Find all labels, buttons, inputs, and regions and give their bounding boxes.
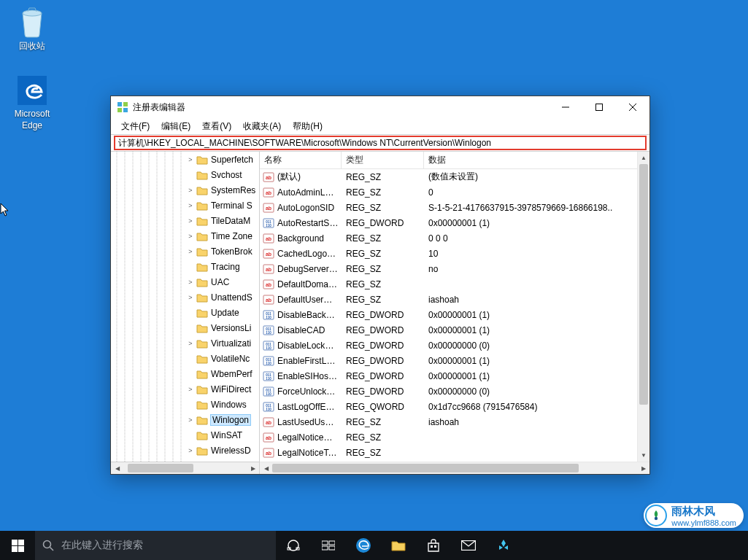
minimize-button[interactable]: [549, 96, 582, 118]
svg-text:110: 110: [266, 330, 271, 334]
menu-edit[interactable]: 编辑(E): [155, 119, 196, 134]
string-value-icon: ab: [263, 187, 274, 198]
value-row[interactable]: abAutoAdminLog...REG_SZ0: [260, 184, 649, 200]
maximize-button[interactable]: [582, 96, 616, 118]
desktop-icon-label: Microsoft: [4, 108, 60, 120]
watermark-url: www.ylmf888.com: [671, 518, 736, 527]
desktop-icon-edge[interactable]: Microsoft Edge: [4, 74, 60, 131]
value-list-pane: 名称 类型 数据 ab(默认)REG_SZ(数值未设置)abAutoAdminL…: [260, 152, 649, 474]
value-row[interactable]: abDefaultDomain...REG_SZ: [260, 276, 649, 292]
value-name: (默认): [277, 171, 342, 183]
svg-rect-66: [12, 540, 18, 545]
value-row[interactable]: abBackgroundREG_SZ0 0 0: [260, 230, 649, 246]
value-type: REG_DWORD: [342, 386, 424, 397]
scrollbar-thumb[interactable]: [128, 464, 193, 472]
list-vertical-scrollbar[interactable]: ▲ ▼: [637, 152, 649, 462]
value-row[interactable]: 011110AutoRestartShellREG_DWORD0x0000000…: [260, 215, 649, 230]
task-view-button[interactable]: [276, 531, 311, 560]
value-row[interactable]: abLastUsedUsern...REG_SZiashoah: [260, 414, 649, 429]
menu-file[interactable]: 文件(F): [115, 119, 155, 134]
list-horizontal-scrollbar[interactable]: ◀ ▶: [260, 462, 649, 474]
value-row[interactable]: 011110DisableBackBu...REG_DWORD0x0000000…: [260, 307, 649, 322]
watermark-brand: 雨林木风: [671, 505, 715, 517]
taskbar-explorer[interactable]: [381, 531, 416, 560]
value-row[interactable]: ab(默认)REG_SZ(数值未设置): [260, 169, 649, 184]
svg-text:ab: ab: [266, 282, 271, 287]
window-title: 注册表编辑器: [133, 101, 549, 114]
value-data: 10: [424, 249, 649, 259]
menu-bar: 文件(F) 编辑(E) 查看(V) 收藏夹(A) 帮助(H): [111, 118, 649, 134]
address-input[interactable]: 计算机\HKEY_LOCAL_MACHINE\SOFTWARE\Microsof…: [114, 136, 647, 150]
string-value-icon: ab: [263, 279, 274, 290]
binary-value-icon: 011110: [263, 355, 274, 367]
scroll-right-icon[interactable]: ▶: [247, 462, 259, 474]
string-value-icon: ab: [263, 233, 274, 244]
string-value-icon: ab: [263, 447, 274, 459]
value-data: 0x00000000 (0): [424, 386, 649, 397]
scroll-left-icon[interactable]: ◀: [260, 462, 272, 474]
value-row[interactable]: abAutoLogonSIDREG_SZS-1-5-21-4176637915-…: [260, 200, 649, 215]
taskbar-app-generic[interactable]: [486, 531, 521, 560]
value-data: iashoah: [424, 295, 649, 305]
column-name[interactable]: 名称: [260, 152, 342, 168]
value-row[interactable]: 011110EnableSIHostI...REG_DWORD0x0000000…: [260, 368, 649, 384]
value-name: DefaultDomain...: [277, 279, 342, 289]
value-row[interactable]: 011110DisableCADREG_DWORD0x00000001 (1): [260, 322, 649, 338]
svg-point-70: [44, 541, 51, 548]
taskbar-store[interactable]: [416, 531, 451, 560]
value-type: REG_SZ: [342, 249, 424, 259]
value-type: REG_DWORD: [342, 218, 424, 228]
column-headers: 名称 类型 数据: [260, 152, 649, 169]
close-button[interactable]: [616, 96, 649, 118]
value-row[interactable]: abDefaultUserNa...REG_SZiashoah: [260, 292, 649, 307]
column-data[interactable]: 数据: [424, 152, 649, 168]
value-data: (数值未设置): [424, 171, 649, 183]
value-row[interactable]: 011110EnableFirstLog...REG_DWORD0x000000…: [260, 353, 649, 368]
taskbar-edge[interactable]: [346, 531, 381, 560]
value-type: REG_SZ: [342, 417, 424, 427]
value-name: AutoAdminLog...: [277, 187, 342, 198]
binary-value-icon: 011110: [263, 340, 274, 351]
value-name: Background: [277, 233, 342, 244]
svg-text:110: 110: [266, 392, 271, 395]
taskbar-app[interactable]: [311, 531, 346, 560]
value-type: REG_SZ: [342, 279, 424, 289]
value-row[interactable]: 011110ForceUnlockLo...REG_DWORD0x0000000…: [260, 384, 649, 399]
value-type: REG_SZ: [342, 295, 424, 305]
menu-view[interactable]: 查看(V): [196, 119, 237, 134]
desktop-icon-recycle-bin[interactable]: 回收站: [4, 6, 60, 53]
value-name: AutoRestartShell: [277, 218, 342, 228]
binary-value-icon: 011110: [263, 324, 274, 336]
svg-text:ab: ab: [266, 267, 271, 272]
start-button[interactable]: [0, 531, 35, 560]
svg-text:ab: ab: [266, 435, 271, 440]
scroll-right-icon[interactable]: ▶: [637, 462, 649, 474]
value-name: DebugServerC...: [277, 264, 342, 274]
scroll-down-icon[interactable]: ▼: [638, 449, 649, 462]
value-row[interactable]: abCachedLogons...REG_SZ10: [260, 246, 649, 261]
menu-help[interactable]: 帮助(H): [287, 119, 328, 134]
value-name: CachedLogons...: [277, 249, 342, 259]
scrollbar-thumb[interactable]: [272, 464, 579, 472]
tree-horizontal-scrollbar[interactable]: ◀ ▶: [111, 462, 259, 474]
watermark: 雨林木风 www.ylmf888.com: [644, 503, 744, 528]
scrollbar-thumb[interactable]: [639, 164, 648, 405]
scroll-up-icon[interactable]: ▲: [638, 152, 649, 164]
taskbar-mail[interactable]: [451, 531, 486, 560]
binary-value-icon: 011110: [263, 370, 274, 382]
taskbar-search[interactable]: 在此键入进行搜索: [35, 531, 276, 560]
value-row[interactable]: abLegalNoticeCa...REG_SZ: [260, 429, 649, 445]
title-bar[interactable]: 注册表编辑器: [111, 96, 649, 118]
value-row[interactable]: abLegalNoticeTextREG_SZ: [260, 445, 649, 460]
value-row[interactable]: 011110LastLogOffEnd...REG_QWORD0x1d7cc96…: [260, 399, 649, 414]
value-name: DefaultUserNa...: [277, 295, 342, 305]
scroll-left-icon[interactable]: ◀: [111, 462, 123, 474]
svg-rect-81: [434, 545, 436, 548]
value-type: REG_SZ: [342, 264, 424, 274]
svg-rect-2: [117, 102, 122, 106]
column-type[interactable]: 类型: [342, 152, 424, 168]
value-row[interactable]: abDebugServerC...REG_SZno: [260, 261, 649, 276]
value-row[interactable]: 011110DisableLockW...REG_DWORD0x00000000…: [260, 338, 649, 353]
menu-favorites[interactable]: 收藏夹(A): [237, 119, 287, 134]
svg-text:ab: ab: [266, 252, 271, 257]
